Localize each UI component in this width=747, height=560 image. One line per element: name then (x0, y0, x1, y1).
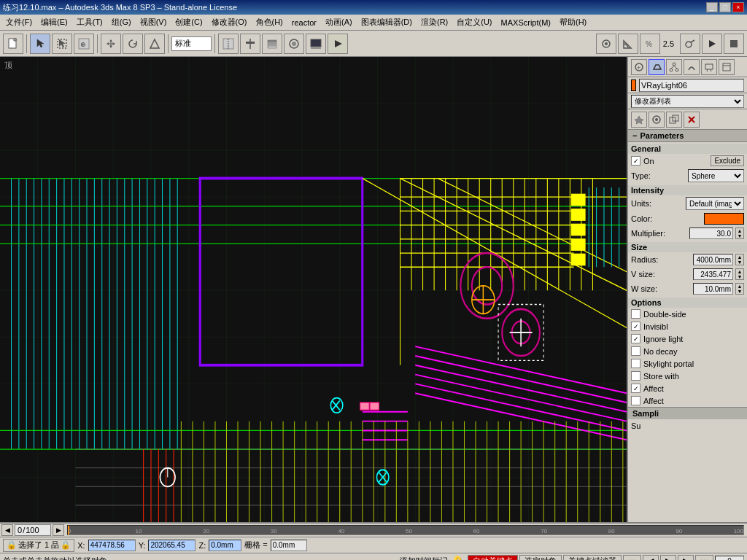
menu-graph-editor[interactable]: 图表编辑器(D) (357, 15, 417, 29)
no-decay-checkbox[interactable] (631, 346, 640, 356)
pin-stack-button[interactable] (631, 112, 647, 128)
menu-animation[interactable]: 动画(A) (321, 15, 357, 29)
select-filter-button[interactable]: ⊕ (74, 34, 94, 54)
menu-edit[interactable]: 编辑(E) (36, 15, 72, 29)
add-key-label: 添加时间标记 (400, 556, 448, 560)
menu-customize[interactable]: 自定义(U) (452, 15, 496, 29)
menu-help[interactable]: 帮助(H) (555, 15, 591, 29)
angle-snap-button[interactable] (618, 34, 638, 54)
ignore-light-checkbox[interactable] (631, 334, 640, 343)
menu-reactor[interactable]: reactor (287, 17, 321, 28)
type-dropdown[interactable]: Sphere (688, 169, 744, 182)
svg-rect-109 (571, 209, 585, 220)
double-side-checkbox[interactable] (631, 309, 640, 319)
vsize-spinner[interactable]: ▲ ▼ (735, 268, 744, 280)
menu-create[interactable]: 创建(C) (171, 15, 206, 29)
mirror-button[interactable] (218, 34, 239, 54)
affect2-checkbox[interactable] (631, 396, 640, 405)
material-editor-button[interactable] (284, 34, 304, 54)
next-frame-button[interactable]: ▶ (678, 555, 694, 561)
svg-text:%: % (646, 40, 652, 48)
percent-snap-button[interactable]: % (640, 34, 660, 54)
snap-toggle-button[interactable] (596, 34, 616, 54)
on-checkbox[interactable] (631, 156, 640, 166)
wsize-spinner[interactable]: ▲ ▼ (735, 283, 744, 295)
x-coord-input[interactable]: 447478.56 (88, 540, 136, 551)
menu-character[interactable]: 角色(H) (252, 15, 287, 29)
scale-button[interactable] (144, 34, 165, 54)
menu-view[interactable]: 视图(V) (136, 15, 171, 29)
multiplier-spinner[interactable]: ▲ ▼ (735, 228, 744, 239)
utilities-tab[interactable] (719, 59, 735, 75)
select-region-button[interactable] (52, 34, 72, 54)
toolbar-separator-3 (168, 34, 169, 53)
skylight-label: Skylight portal (643, 359, 694, 368)
key-filter-button[interactable] (680, 34, 700, 54)
move-button[interactable] (101, 34, 121, 54)
create-tab[interactable]: + (631, 59, 647, 75)
show-end-result-button[interactable] (649, 112, 665, 128)
go-end-button[interactable]: ⏭ (695, 555, 713, 561)
menu-modify[interactable]: 修改器(O) (207, 15, 252, 29)
new-scene-button[interactable] (3, 34, 23, 54)
minimize-button[interactable]: _ (706, 2, 718, 12)
next-key-button[interactable]: ▶ (53, 524, 64, 536)
play-fwd-button[interactable]: ▶ (660, 555, 676, 561)
svg-rect-9 (268, 40, 276, 42)
display-tab[interactable] (701, 59, 717, 75)
color-swatch-param[interactable] (704, 213, 744, 225)
object-color-swatch[interactable] (631, 79, 636, 91)
viewport-label-input[interactable]: 标准 (171, 36, 212, 51)
play-button[interactable] (702, 34, 722, 54)
exclude-button[interactable]: Exclude (711, 155, 744, 166)
frame-input[interactable]: 0 (715, 556, 744, 561)
hierarchy-tab[interactable] (666, 59, 682, 75)
vsize-label: V size: (631, 270, 691, 279)
units-dropdown[interactable]: Default (image) (686, 197, 744, 210)
auto-key-button[interactable]: 自动关键点 (468, 555, 518, 561)
y-coord-input[interactable]: 202065.45 (148, 540, 196, 551)
no-decay-row: No decay (628, 345, 747, 357)
menu-tools[interactable]: 工具(T) (72, 15, 107, 29)
grid-input[interactable]: 0.0mm (271, 540, 307, 551)
layers-button[interactable] (262, 34, 282, 54)
intensity-group-title: Intensity (628, 185, 747, 195)
parameters-title[interactable]: Parameters (628, 130, 747, 142)
key-filter-label[interactable]: 关键点过滤器 (563, 555, 622, 561)
remove-modifier-button[interactable] (684, 112, 700, 128)
stop-button[interactable] (724, 34, 744, 54)
render-button[interactable] (328, 34, 348, 54)
modifier-list-dropdown[interactable]: 修改器列表 (631, 95, 744, 108)
prev-key-button[interactable]: ◀ (1, 524, 13, 536)
menu-file[interactable]: 文件(F) (1, 15, 36, 29)
close-button[interactable]: × (732, 2, 744, 12)
object-name-input[interactable] (639, 79, 744, 92)
go-start-button[interactable]: ⏮ (623, 555, 641, 561)
wsize-label: W size: (631, 284, 691, 293)
sampli-section[interactable]: Sampli (628, 407, 747, 419)
modify-tab[interactable] (649, 59, 665, 75)
make-unique-button[interactable] (666, 112, 682, 128)
align-button[interactable] (240, 34, 260, 54)
skylight-checkbox[interactable] (631, 359, 640, 368)
maximize-button[interactable]: □ (719, 2, 731, 12)
radius-spinner[interactable]: ▲ ▼ (735, 254, 744, 265)
prev-frame-button[interactable]: ◀ (643, 555, 659, 561)
double-side-label: Double-side (643, 310, 686, 319)
rotate-button[interactable] (123, 34, 143, 54)
menu-maxscript[interactable]: MAXScript(M) (497, 17, 555, 28)
timeline-track[interactable]: 0 10 20 30 40 50 60 70 80 90 100 (67, 525, 744, 535)
select-button[interactable] (30, 34, 50, 54)
viewport[interactable]: 顶 (0, 57, 627, 522)
z-coord-input[interactable]: 0.0mm (209, 540, 241, 551)
svg-rect-204 (705, 64, 713, 69)
units-row: Units: Default (image) (628, 195, 747, 211)
render-scene-button[interactable] (306, 34, 326, 54)
invisible-checkbox[interactable] (631, 322, 640, 331)
affect1-checkbox[interactable] (631, 384, 640, 393)
set-key-button[interactable]: 选定对象 (519, 555, 562, 561)
store-with-checkbox[interactable] (631, 371, 640, 381)
menu-group[interactable]: 组(G) (107, 15, 136, 29)
motion-tab[interactable] (684, 59, 700, 75)
menu-render[interactable]: 渲染(R) (417, 15, 452, 29)
